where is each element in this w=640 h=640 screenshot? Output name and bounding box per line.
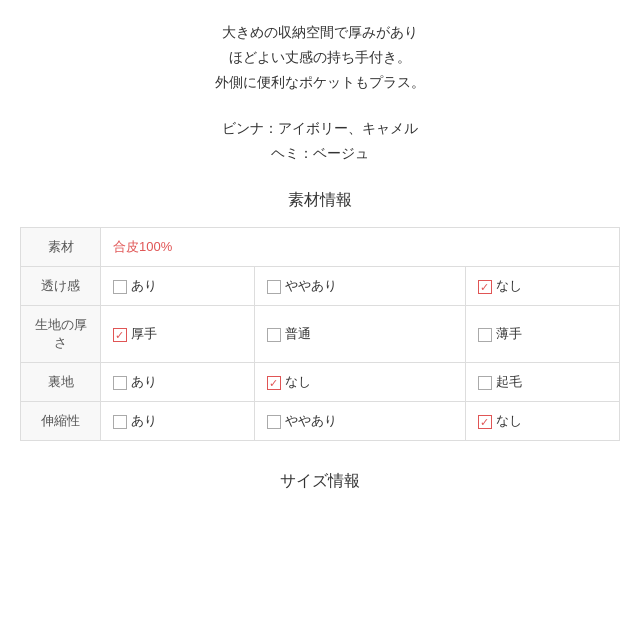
option-cell: 厚手 bbox=[101, 305, 255, 362]
description-block: 大きめの収納空間で厚みがあり ほどよい丈感の持ち手付き。 外側に便利なポケットも… bbox=[0, 20, 640, 96]
checkbox-empty-icon bbox=[478, 328, 492, 342]
option-label: 薄手 bbox=[496, 326, 522, 341]
option-cell: なし bbox=[466, 266, 620, 305]
colors-block: ビンナ：アイボリー、キャメル ヘミ：ベージュ bbox=[0, 116, 640, 166]
checkbox-checked-icon bbox=[478, 280, 492, 294]
option-cell: なし bbox=[466, 401, 620, 440]
row-label: 裏地 bbox=[21, 362, 101, 401]
table-row: 透け感ありややありなし bbox=[21, 266, 620, 305]
option-label: 厚手 bbox=[131, 326, 157, 341]
row-label: 透け感 bbox=[21, 266, 101, 305]
option-cell: 薄手 bbox=[466, 305, 620, 362]
option-label: なし bbox=[285, 374, 311, 389]
row-label: 生地の厚さ bbox=[21, 305, 101, 362]
row-label: 伸縮性 bbox=[21, 401, 101, 440]
option-label: あり bbox=[131, 413, 157, 428]
option-label: なし bbox=[496, 413, 522, 428]
checkbox-empty-icon bbox=[478, 376, 492, 390]
page-container: 大きめの収納空間で厚みがあり ほどよい丈感の持ち手付き。 外側に便利なポケットも… bbox=[0, 0, 640, 512]
checkbox-empty-icon bbox=[267, 328, 281, 342]
colors-line2: ヘミ：ベージュ bbox=[0, 141, 640, 166]
checkbox-empty-icon bbox=[113, 280, 127, 294]
option-label: あり bbox=[131, 374, 157, 389]
option-label: 普通 bbox=[285, 326, 311, 341]
option-cell: ややあり bbox=[254, 266, 466, 305]
checkbox-empty-icon bbox=[267, 415, 281, 429]
checkbox-checked-icon bbox=[478, 415, 492, 429]
description-line2: ほどよい丈感の持ち手付き。 bbox=[40, 45, 600, 70]
colors-line1: ビンナ：アイボリー、キャメル bbox=[0, 116, 640, 141]
checkbox-empty-icon bbox=[113, 415, 127, 429]
option-label: あり bbox=[131, 278, 157, 293]
row-label: 素材 bbox=[21, 227, 101, 266]
option-cell: 普通 bbox=[254, 305, 466, 362]
checkbox-checked-icon bbox=[113, 328, 127, 342]
option-label: 起毛 bbox=[496, 374, 522, 389]
option-label: ややあり bbox=[285, 413, 337, 428]
table-row: 生地の厚さ厚手普通薄手 bbox=[21, 305, 620, 362]
material-section-title: 素材情報 bbox=[0, 190, 640, 211]
table-row: 裏地ありなし起毛 bbox=[21, 362, 620, 401]
table-row: 素材合皮100% bbox=[21, 227, 620, 266]
checkbox-checked-icon bbox=[267, 376, 281, 390]
description-line3: 外側に便利なポケットもプラス。 bbox=[40, 70, 600, 95]
option-label: なし bbox=[496, 278, 522, 293]
option-cell: あり bbox=[101, 266, 255, 305]
checkbox-empty-icon bbox=[113, 376, 127, 390]
size-section-title: サイズ情報 bbox=[0, 471, 640, 492]
option-cell: なし bbox=[254, 362, 466, 401]
option-label: ややあり bbox=[285, 278, 337, 293]
option-cell: あり bbox=[101, 362, 255, 401]
option-cell: ややあり bbox=[254, 401, 466, 440]
checkbox-empty-icon bbox=[267, 280, 281, 294]
material-table: 素材合皮100%透け感ありややありなし生地の厚さ厚手普通薄手裏地ありなし起毛伸縮… bbox=[20, 227, 620, 441]
option-cell: あり bbox=[101, 401, 255, 440]
description-line1: 大きめの収納空間で厚みがあり bbox=[40, 20, 600, 45]
row-value: 合皮100% bbox=[101, 227, 620, 266]
option-cell: 起毛 bbox=[466, 362, 620, 401]
table-row: 伸縮性ありややありなし bbox=[21, 401, 620, 440]
